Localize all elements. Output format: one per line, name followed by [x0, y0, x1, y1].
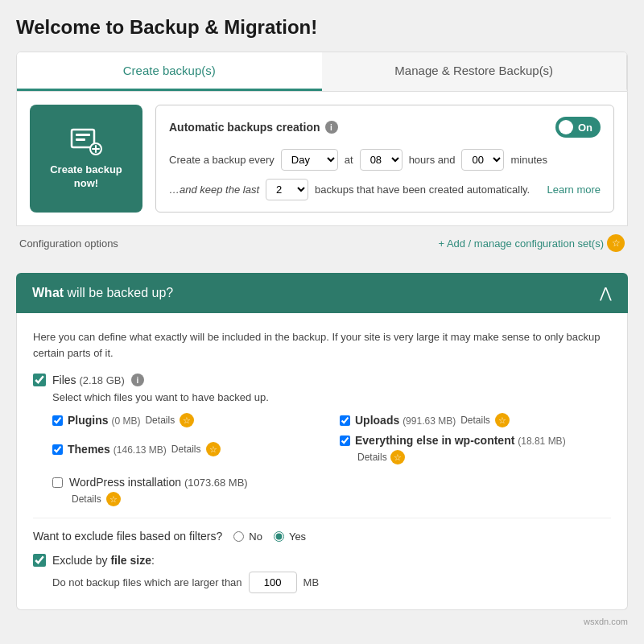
tab-manage-restore[interactable]: Manage & Restore Backup(s) — [322, 52, 628, 91]
page-title: Welcome to Backup & Migration! — [16, 16, 628, 39]
config-bar: Configuration options + Add / manage con… — [16, 226, 628, 260]
files-checkbox-row: Files (2.18 GB) i — [33, 374, 611, 386]
exclude-filter-question: Want to exclude files based on filters? — [33, 530, 222, 543]
backup-icon — [70, 126, 102, 155]
everything-else-label[interactable]: Everything else in wp-content (18.81 MB) — [355, 434, 566, 447]
files-sub-description: Select which files you want to have back… — [52, 391, 611, 403]
everything-else-checkbox[interactable] — [340, 436, 350, 446]
schedule-frequency-select[interactable]: Day Hour Week — [281, 149, 338, 171]
auto-backup-toggle[interactable]: On — [555, 117, 601, 138]
backup-schedule-row: Create a backup every Day Hour Week at 0… — [169, 149, 601, 171]
exclude-size-checkbox[interactable] — [33, 554, 46, 567]
exclude-by-label[interactable]: Exclude by file size: — [52, 554, 155, 567]
wp-details-link[interactable]: Details — [72, 493, 101, 505]
plugins-details-link[interactable]: Details — [145, 415, 175, 426]
auto-backup-title: Automatic backups creation i — [169, 121, 338, 134]
uploads-details-icon[interactable]: ☆ — [495, 413, 510, 427]
hours-select[interactable]: 08 00 01 12 — [360, 149, 402, 171]
auto-backup-header: Automatic backups creation i On — [169, 117, 601, 138]
config-icon: ☆ — [607, 234, 625, 252]
exclude-size-checkbox-row: Exclude by file size: — [33, 554, 611, 567]
files-info-icon[interactable]: i — [131, 374, 144, 386]
radio-yes[interactable] — [274, 531, 284, 542]
add-config-link[interactable]: + Add / manage configuration set(s) ☆ — [438, 234, 625, 252]
uploads-label[interactable]: Uploads (991.63 MB) — [355, 414, 456, 427]
create-backup-now-button[interactable]: Create backup now! — [30, 105, 142, 213]
section-description: Here you can define what exactly will be… — [33, 329, 611, 361]
themes-checkbox[interactable] — [52, 444, 63, 455]
section-header-title: What will be backed up? — [32, 286, 173, 300]
exclude-size-row: Do not backup files which are larger tha… — [52, 572, 611, 593]
toggle-circle — [559, 120, 573, 134]
file-item-themes: Themes (146.13 MB) Details ☆ — [52, 434, 324, 464]
minutes-select[interactable]: 00 15 30 45 — [461, 149, 504, 171]
exclude-size-unit: MB — [303, 576, 320, 588]
themes-details-icon[interactable]: ☆ — [206, 442, 221, 456]
wp-installation-checkbox[interactable] — [52, 477, 63, 488]
exclude-filter-radio-row: Want to exclude files based on filters? … — [33, 530, 611, 543]
main-card: Create backup now! Automatic backups cre… — [16, 92, 628, 226]
auto-backup-section: Automatic backups creation i On Create a… — [155, 105, 614, 213]
auto-backup-info-icon[interactable]: i — [325, 121, 338, 134]
everything-else-details-link[interactable]: Details — [357, 452, 387, 463]
section-header: What will be backed up? ⋀ — [16, 273, 628, 313]
files-grid: Plugins (0 MB) Details ☆ Uploads (991.63… — [52, 413, 611, 464]
uploads-details-link[interactable]: Details — [460, 415, 490, 426]
exclude-size-input[interactable] — [249, 572, 297, 593]
backup-keep-row: …and keep the last 2 3 5 10 backups that… — [169, 179, 601, 200]
file-item-plugins: Plugins (0 MB) Details ☆ — [52, 413, 324, 427]
wp-details-row: Details ☆ — [72, 492, 611, 506]
everything-else-details-icon[interactable]: ☆ — [390, 450, 405, 464]
file-item-uploads: Uploads (991.63 MB) Details ☆ — [340, 413, 611, 427]
svg-rect-2 — [76, 138, 85, 141]
svg-rect-1 — [76, 134, 90, 136]
keep-count-select[interactable]: 2 3 5 10 — [266, 179, 308, 200]
config-label: Configuration options — [19, 237, 118, 250]
themes-label[interactable]: Themes (146.13 MB) — [68, 443, 167, 456]
wp-installation-section: WordPress installation (1073.68 MB) Deta… — [52, 476, 611, 506]
learn-more-link[interactable]: Learn more — [547, 184, 601, 196]
radio-option-no[interactable]: No — [233, 530, 262, 543]
radio-option-yes[interactable]: Yes — [274, 530, 306, 543]
watermark: wsxdn.com — [16, 617, 628, 626]
exclude-filter-section: Want to exclude files based on filters? … — [33, 530, 611, 593]
plugins-checkbox[interactable] — [52, 415, 63, 426]
files-checkbox[interactable] — [33, 374, 46, 386]
exclude-size-desc: Do not backup files which are larger tha… — [52, 576, 242, 588]
tabs-container: Create backup(s) Manage & Restore Backup… — [16, 52, 628, 92]
themes-details-link[interactable]: Details — [171, 444, 201, 455]
section-body: Here you can define what exactly will be… — [16, 313, 628, 610]
plugins-label[interactable]: Plugins (0 MB) — [68, 414, 140, 427]
radio-no[interactable] — [233, 531, 244, 542]
tab-create-backups[interactable]: Create backup(s) — [17, 52, 322, 91]
plugins-details-icon[interactable]: ☆ — [180, 413, 194, 427]
create-backup-label: Create backup now! — [50, 163, 122, 191]
wp-details-icon[interactable]: ☆ — [106, 492, 121, 506]
uploads-checkbox[interactable] — [340, 415, 350, 426]
section-collapse-icon[interactable]: ⋀ — [600, 284, 612, 302]
wp-installation-label[interactable]: WordPress installation (1073.68 MB) — [69, 476, 248, 489]
file-item-everything-else: Everything else in wp-content (18.81 MB) — [340, 434, 611, 447]
wp-installation-row: WordPress installation (1073.68 MB) — [52, 476, 611, 489]
files-label[interactable]: Files (2.18 GB) — [52, 374, 125, 386]
